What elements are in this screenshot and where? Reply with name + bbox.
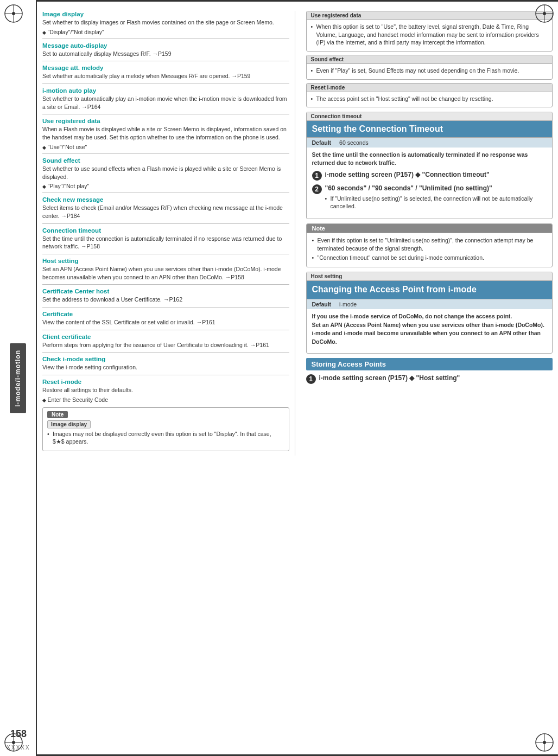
main-content: Image display Set whether to display ima… [37, 0, 558, 466]
section-arrow-use-registered-data: "Use"/"Not use" [42, 144, 289, 150]
note-sub-label-image-display: Image display [47, 420, 91, 428]
section-message-auto-display: Message auto-display Set to automaticall… [42, 42, 289, 58]
section-arrow-image-display: "Display"/"Not display" [42, 29, 289, 35]
divider-5 [42, 153, 289, 154]
section-heading-host-setting: Host setting [42, 258, 289, 264]
host-setting-step-1: 1 i-mode setting screen (P157) ◆ "Host s… [306, 374, 553, 384]
section-check-new-message: Check new message Select items to check … [42, 196, 289, 220]
section-arrow-sound-effect: "Play"/"Not play" [42, 183, 289, 189]
connection-timeout-box: Connection timeout Setting the Connectio… [306, 112, 553, 219]
step-2-text: "60 seconds" / "90 seconds" / "Unlimited… [325, 184, 547, 212]
connection-timeout-default-value: 60 seconds [339, 139, 369, 146]
section-heading-check-i-mode-setting: Check i-mode setting [42, 356, 289, 362]
divider-2 [42, 61, 289, 61]
connection-timeout-intro: Set the time until the connection is aut… [312, 151, 547, 166]
right-column: Use registered data When this option is … [301, 11, 553, 456]
host-setting-body-text: If you use the i-mode service of DoCoMo,… [312, 312, 547, 347]
section-heading-i-motion-auto-play: i-motion auto play [42, 87, 289, 94]
divider-13 [42, 375, 289, 375]
section-heading-use-registered-data: Use registered data [42, 118, 289, 124]
reset-i-mode-content: The access point set in "Host setting" w… [307, 92, 553, 107]
sound-effect-label: Sound effect [307, 55, 553, 64]
section-body-check-new-message: Select items to check (Email and/or Mess… [42, 204, 289, 220]
sound-effect-bullet: Even if "Play" is set, Sound Effects may… [311, 67, 548, 75]
section-body-message-auto-display: Set to automatically display Messages R/… [42, 50, 289, 58]
storing-access-points-bar: Storing Access Points [306, 358, 553, 370]
connection-timeout-step-1: 1 i-mode setting screen (P157) ◆ "Connec… [312, 170, 547, 181]
page-wrapper: i-mode/i-motion 158 XXXXX Image display … [0, 0, 558, 756]
host-setting-box: Host setting Changing the Access Point f… [306, 272, 553, 354]
section-body-check-i-mode-setting: View the i-mode setting configuration. [42, 363, 289, 371]
section-body-image-display: Set whether to display images or Flash m… [42, 18, 289, 27]
corner-mark-bl [3, 732, 24, 753]
section-heading-message-att-melody: Message att. melody [42, 65, 289, 71]
sound-effect-content: Even if "Play" is set, Sound Effects may… [307, 64, 553, 79]
section-body-host-setting: Set an APN (Access Point Name) when you … [42, 265, 289, 281]
section-body-connection-timeout: Set the time until the connection is aut… [42, 235, 289, 251]
connection-timeout-box-header: Connection timeout [307, 112, 553, 121]
divider-9 [42, 284, 289, 285]
sidebar-tab-label: i-mode/i-motion [10, 343, 26, 413]
step-1-text: i-mode setting screen (P157) ◆ "Connecti… [325, 170, 490, 180]
connection-timeout-note-bullet-1: Even if this option is set to "Unlimited… [312, 236, 547, 252]
section-connection-timeout: Connection timeout Set the time until th… [42, 227, 289, 251]
svg-point-11 [12, 741, 15, 744]
host-setting-box-title: Changing the Access Point from i-mode [307, 281, 553, 299]
section-heading-client-certificate: Client certificate [42, 334, 289, 340]
divider-11 [42, 330, 289, 330]
connection-timeout-step-2: 2 "60 seconds" / "90 seconds" / "Unlimit… [312, 184, 547, 212]
divider-7 [42, 223, 289, 224]
section-body-reset-i-mode: Restore all settings to their defaults. [42, 386, 289, 394]
svg-point-15 [543, 741, 546, 744]
section-body-sound-effect: Set whether to use sound effects when a … [42, 165, 289, 181]
step-2-sub-bullet: If "Unlimited use(no setting)" is select… [325, 195, 547, 210]
host-setting-default-row: Default i-mode [307, 299, 553, 309]
connection-timeout-note-header: Note [307, 224, 553, 233]
section-i-motion-auto-play: i-motion auto play Set whether to automa… [42, 87, 289, 111]
corner-mark-tl [3, 3, 24, 24]
section-reset-i-mode: Reset i-mode Restore all settings to the… [42, 379, 289, 403]
section-body-i-motion-auto-play: Set whether to automatically play an i-m… [42, 95, 289, 111]
section-certificate: Certificate View the content of the SSL … [42, 311, 289, 326]
divider-10 [42, 307, 289, 307]
svg-point-3 [12, 12, 15, 15]
connection-timeout-default-row: Default 60 seconds [307, 138, 553, 148]
connection-timeout-note-box: Note Even if this option is set to "Unli… [306, 223, 553, 267]
reset-i-mode-box: Reset i-mode The access point set in "Ho… [306, 83, 553, 108]
reset-i-mode-label: Reset i-mode [307, 84, 553, 92]
use-registered-data-content: When this option is set to "Use", the ba… [307, 20, 553, 51]
section-heading-message-auto-display: Message auto-display [42, 42, 289, 49]
section-body-client-certificate: Perform steps from applying for the issu… [42, 341, 289, 349]
host-setting-body: If you use the i-mode service of DoCoMo,… [307, 309, 553, 353]
divider-3 [42, 84, 289, 84]
section-heading-image-display: Image display [42, 11, 289, 17]
connection-timeout-note-content: Even if this option is set to "Unlimited… [307, 233, 553, 267]
section-check-i-mode-setting: Check i-mode setting View the i-mode set… [42, 356, 289, 371]
section-heading-certificate: Certificate [42, 311, 289, 317]
section-heading-check-new-message: Check new message [42, 196, 289, 203]
step-1-num: 1 [312, 171, 322, 181]
section-heading-sound-effect: Sound effect [42, 157, 289, 164]
use-registered-data-label: Use registered data [307, 11, 553, 20]
host-setting-default-label: Default [312, 301, 332, 307]
divider-12 [42, 352, 289, 353]
section-heading-connection-timeout: Connection timeout [42, 227, 289, 234]
svg-point-7 [543, 12, 546, 15]
note-bullet-image-display: Images may not be displayed correctly ev… [47, 430, 284, 446]
section-body-certificate-center-host: Set the address to download a User Certi… [42, 296, 289, 304]
corner-mark-tr [534, 3, 555, 24]
divider-4 [42, 114, 289, 114]
note-box: Note Image display Images may not be dis… [42, 407, 289, 451]
use-registered-data-bullet: When this option is set to "Use", the ba… [311, 23, 548, 47]
host-setting-default-value: i-mode [339, 301, 357, 307]
divider-8 [42, 254, 289, 254]
divider-6 [42, 193, 289, 193]
section-sound-effect: Sound effect Set whether to use sound ef… [42, 157, 289, 189]
corner-mark-br [534, 732, 555, 753]
section-host-setting: Host setting Set an APN (Access Point Na… [42, 258, 289, 281]
section-image-display: Image display Set whether to display ima… [42, 11, 289, 35]
sound-effect-box: Sound effect Even if "Play" is set, Soun… [306, 55, 553, 80]
connection-timeout-box-title: Setting the Connection Timeout [307, 121, 553, 138]
section-heading-certificate-center-host: Certificate Center host [42, 288, 289, 294]
section-heading-reset-i-mode: Reset i-mode [42, 379, 289, 385]
